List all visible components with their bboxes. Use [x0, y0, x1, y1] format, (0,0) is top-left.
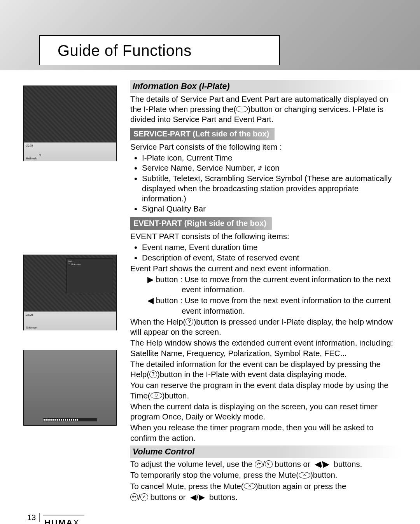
service-part-list: I-Plate icon, Current Time Service Name,… — [130, 153, 401, 214]
left-button-note: ◀ button : Use to move from the next eve… — [139, 295, 401, 316]
right-button-note: ▶ button : Use to move from the current … — [139, 274, 401, 295]
help-icon: ? — [186, 318, 193, 326]
ss1-ch: 3 — [39, 154, 41, 157]
time-para-1: You can reserve the program in the event… — [130, 380, 401, 400]
ss2-help-title: Help — [68, 260, 111, 262]
screenshot-help: Help 7 Unknown 22:08 Unknown — [23, 255, 117, 330]
ss2-name: Unknown — [26, 326, 37, 329]
heading-event-part: EVENT-PART (Right side of the box) — [130, 217, 272, 230]
vol-line2: To temporarily stop the volume, press th… — [130, 470, 401, 480]
vol-line3: To cancel Mute, press the Mute(✕)button … — [130, 481, 401, 491]
volume-bar — [43, 418, 97, 421]
text-column: Information Box (I-Plate) The details of… — [130, 78, 401, 503]
vol-line1: To adjust the volume level, use the V+/V… — [130, 459, 401, 469]
vplus-icon: V+ — [130, 493, 138, 501]
page-number: 13 — [27, 513, 40, 522]
title-box: Guide of Functions — [39, 35, 280, 65]
help-icon: ? — [149, 370, 157, 378]
header-band: Guide of Functions — [0, 0, 420, 70]
time-para-2: When the current data is displaying on t… — [130, 402, 401, 422]
mute-icon: ✕ — [244, 483, 256, 489]
list-item: Description of event, State of reserved … — [142, 253, 401, 263]
service-part-lead: Service Part consists of the following i… — [130, 142, 401, 152]
screenshot-iplate: 20:55 Hallmark 3 — [23, 86, 117, 161]
mute-icon: ✕ — [299, 472, 310, 479]
screenshot-column: 20:55 Hallmark 3 Help 7 Unknown 22:08 Un… — [23, 78, 117, 503]
list-item: I-Plate icon, Current Time — [142, 153, 401, 163]
vminus-icon: V- — [265, 460, 273, 468]
list-item: Subtitle, Teletext, Scrambling Service S… — [142, 173, 401, 204]
page-footer: 13 HUMAX — [27, 515, 420, 524]
help-para-2: The Help window shows the extended curre… — [130, 338, 401, 358]
page-title: Guide of Functions — [58, 42, 192, 59]
ss1-name: Hallmark — [26, 157, 37, 160]
list-item: Signal Quality Bar — [142, 204, 401, 214]
heading-information-box: Information Box (I-Plate) — [130, 80, 401, 93]
vminus-icon: V- — [140, 493, 148, 501]
list-item: Event name, Event duration time — [142, 242, 401, 252]
heading-volume-control: Volume Control — [130, 445, 401, 459]
help-para-3: The detailed information for the event c… — [130, 359, 401, 379]
vol-line4: V+/V- buttons or ◀/▶ buttons. — [130, 492, 401, 502]
info-icon: i — [236, 106, 248, 112]
ss1-time: 20:55 — [26, 144, 33, 147]
sync-icon: ⇵ — [257, 164, 262, 172]
ss2-time: 22:08 — [26, 313, 33, 316]
intro-text: The details of Service Part and Event Pa… — [130, 94, 401, 125]
ss2-help-popup: Help 7 Unknown — [66, 258, 113, 293]
event-part-lead: EVENT PART consists of the following ite… — [130, 231, 401, 241]
help-para-1: When the Help(?)button is pressed under … — [130, 317, 401, 337]
vplus-icon: V+ — [255, 460, 262, 468]
time-para-3: When you release the timer program mode,… — [130, 423, 401, 443]
list-item: Service Name, Service Number, ⇵ icon — [142, 163, 401, 173]
brand-logo: HUMAX — [43, 515, 84, 524]
time-icon: ⏱ — [150, 392, 162, 399]
event-line1: Event Part shows the current and next ev… — [130, 264, 401, 274]
screenshot-volume — [23, 350, 117, 426]
event-part-list: Event name, Event duration time Descript… — [130, 242, 401, 262]
heading-service-part: SERVICE-PART (Left side of the box) — [130, 128, 275, 140]
